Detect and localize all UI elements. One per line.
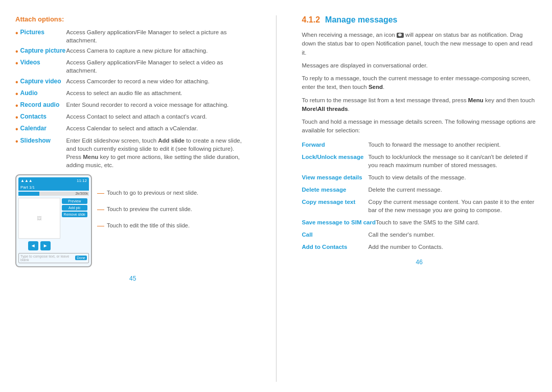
bullet-dot: • bbox=[15, 28, 18, 38]
bullet-desc: Access Camera to capture a new picture f… bbox=[66, 47, 250, 55]
phone-main-area: 🖼 ◄ ► bbox=[18, 197, 60, 252]
msg-option-desc: Touch to save the SMS to the SIM card. bbox=[376, 218, 537, 226]
body-paragraphs: When receiving a message, an icon 💬 will… bbox=[302, 31, 537, 135]
msg-option-desc: Touch to view details of the message. bbox=[369, 173, 537, 181]
msg-option-label: Save message to SIM card bbox=[302, 218, 376, 226]
msg-option-desc: Add the number to Contacts. bbox=[369, 243, 537, 251]
bullet-dot: • bbox=[15, 124, 18, 134]
bullet-desc: Access Contact to select and attach a co… bbox=[66, 112, 250, 121]
body-paragraph: When receiving a message, an icon 💬 will… bbox=[302, 31, 537, 57]
phone-nav-buttons: ◄ ► bbox=[18, 240, 60, 252]
bullet-dot: • bbox=[15, 136, 18, 146]
callout-line: — Touch to edit the title of this slide. bbox=[97, 221, 250, 229]
bullet-dot: • bbox=[15, 47, 18, 56]
phone-preview-btn[interactable]: Preview bbox=[62, 198, 87, 204]
msg-option-label: Delete message bbox=[302, 186, 369, 194]
callout-arrow: — bbox=[97, 189, 104, 197]
msg-option-label: Copy message text bbox=[302, 198, 369, 206]
attach-options-title: Attach options: bbox=[15, 15, 250, 23]
phone-mockup: ▲▲▲ 11:12 Part 1/1 2k/300k 🖼 ◄ ► bbox=[15, 174, 92, 267]
phone-body: 🖼 ◄ ► Preview Add pic Remove slide bbox=[18, 197, 89, 252]
bullet-dot: • bbox=[15, 77, 18, 87]
phone-next-btn[interactable]: ► bbox=[40, 241, 51, 250]
bullet-desc: Access to select an audio file as attach… bbox=[66, 89, 250, 97]
callout-arrow: — bbox=[97, 221, 104, 229]
body-paragraph: To reply to a message, touch the current… bbox=[302, 74, 537, 92]
msg-option-row: Call Call the sender's number. bbox=[302, 230, 537, 239]
bullet-item: • Videos Access Gallery application/File… bbox=[15, 58, 250, 75]
right-page: 4.1.2 Manage messages When receiving a m… bbox=[297, 15, 542, 382]
phone-done-btn[interactable]: Done bbox=[75, 256, 87, 260]
page-divider bbox=[276, 15, 277, 382]
callout-lines: — Touch to go to previous or next slide.… bbox=[97, 174, 250, 244]
callout-text: Touch to edit the title of this slide. bbox=[107, 222, 190, 229]
bullet-desc: Access Gallery application/File Manager … bbox=[66, 58, 250, 75]
msg-option-label: View message details bbox=[302, 173, 369, 181]
bullet-dot: • bbox=[15, 101, 18, 110]
msg-option-label: Forward bbox=[302, 141, 369, 149]
phone-text-placeholder: Type to compose text, or leave blank bbox=[20, 255, 75, 262]
bullet-label: Videos bbox=[20, 58, 66, 67]
bullet-dot: • bbox=[15, 58, 18, 68]
phone-content-area: 🖼 bbox=[18, 198, 60, 239]
left-page: Attach options: • Pictures Access Galler… bbox=[10, 15, 256, 382]
section-title: Manage messages bbox=[325, 15, 397, 25]
phone-addpic-btn[interactable]: Add pic bbox=[62, 205, 87, 211]
right-page-number: 46 bbox=[302, 259, 537, 266]
phone-prev-btn[interactable]: ◄ bbox=[28, 241, 38, 250]
msg-option-desc: Call the sender's number. bbox=[369, 230, 537, 239]
callout-line: — Touch to go to previous or next slide. bbox=[97, 189, 250, 197]
bullet-desc: Access Calendar to select and attach a v… bbox=[66, 124, 250, 132]
page-container: Attach options: • Pictures Access Galler… bbox=[0, 0, 552, 392]
phone-progress-text: 2k/300k bbox=[75, 192, 88, 195]
phone-image-placeholder: 🖼 bbox=[37, 216, 41, 221]
bullet-label: Record audio bbox=[20, 101, 66, 109]
bullet-label: Contacts bbox=[20, 112, 66, 121]
bullet-label: Capture picture bbox=[20, 47, 66, 55]
bullet-item: • Capture picture Access Camera to captu… bbox=[15, 47, 250, 56]
msg-option-label: Call bbox=[302, 230, 369, 239]
bullet-label: Calendar bbox=[20, 124, 66, 133]
callout-line: — Touch to preview the current slide. bbox=[97, 205, 250, 213]
phone-section: ▲▲▲ 11:12 Part 1/1 2k/300k 🖼 ◄ ► bbox=[15, 174, 250, 267]
bullet-item: • Capture video Access Camcorder to reco… bbox=[15, 77, 250, 87]
msg-option-row: Save message to SIM card Touch to save t… bbox=[302, 218, 537, 226]
bullet-desc: Access Camcorder to record a new video f… bbox=[66, 77, 250, 85]
bullet-item: • Audio Access to select an audio file a… bbox=[15, 89, 250, 99]
bullet-item: • Contacts Access Contact to select and … bbox=[15, 112, 250, 122]
bullet-dot: • bbox=[15, 89, 18, 99]
msg-option-row: Forward Touch to forward the message to … bbox=[302, 141, 537, 149]
callout-arrow: — bbox=[97, 205, 104, 213]
bullet-desc: Enter Edit slideshow screen, touch Add s… bbox=[66, 136, 250, 169]
section-header: 4.1.2 Manage messages bbox=[302, 15, 537, 25]
msg-option-desc: Copy the current message content. You ca… bbox=[369, 198, 537, 214]
phone-status-bar: ▲▲▲ 11:12 bbox=[18, 177, 89, 184]
phone-side-buttons: Preview Add pic Remove slide bbox=[62, 198, 87, 250]
bullet-item: • Record audio Enter Sound recorder to r… bbox=[15, 101, 250, 110]
msg-option-label: Lock/Unlock message bbox=[302, 153, 369, 161]
bullet-desc: Access Gallery application/File Manager … bbox=[66, 28, 250, 44]
body-paragraph: Messages are displayed in conversational… bbox=[302, 61, 537, 70]
phone-text-bar: Type to compose text, or leave blank Don… bbox=[18, 253, 89, 263]
msg-option-row: View message details Touch to view detai… bbox=[302, 173, 537, 181]
section-number: 4.1.2 bbox=[302, 15, 320, 25]
callout-text: Touch to go to previous or next slide. bbox=[107, 189, 198, 196]
bullet-item: • Slideshow Enter Edit slideshow screen,… bbox=[15, 136, 250, 169]
msg-option-row: Add to Contacts Add the number to Contac… bbox=[302, 243, 537, 251]
phone-part-label: Part 1/1 bbox=[18, 184, 89, 191]
bullet-label: Audio bbox=[20, 89, 66, 98]
msg-option-row: Lock/Unlock message Touch to lock/unlock… bbox=[302, 153, 537, 169]
body-paragraph: To return to the message list from a tex… bbox=[302, 96, 537, 114]
bullet-label: Pictures bbox=[20, 28, 66, 37]
phone-progress-fill bbox=[18, 192, 39, 196]
bullet-label: Capture video bbox=[20, 77, 66, 86]
phone-progress-bar: 2k/300k bbox=[18, 192, 89, 196]
bullet-dot: • bbox=[15, 112, 18, 122]
msg-option-label: Add to Contacts bbox=[302, 243, 369, 251]
bullet-desc: Enter Sound recorder to record a voice m… bbox=[66, 101, 250, 109]
callout-text: Touch to preview the current slide. bbox=[107, 205, 192, 213]
phone-removeslide-btn[interactable]: Remove slide bbox=[62, 212, 87, 217]
msg-option-row: Copy message text Copy the current messa… bbox=[302, 198, 537, 214]
phone-signal: ▲▲▲ bbox=[20, 178, 33, 183]
phone-time: 11:12 bbox=[77, 178, 87, 183]
